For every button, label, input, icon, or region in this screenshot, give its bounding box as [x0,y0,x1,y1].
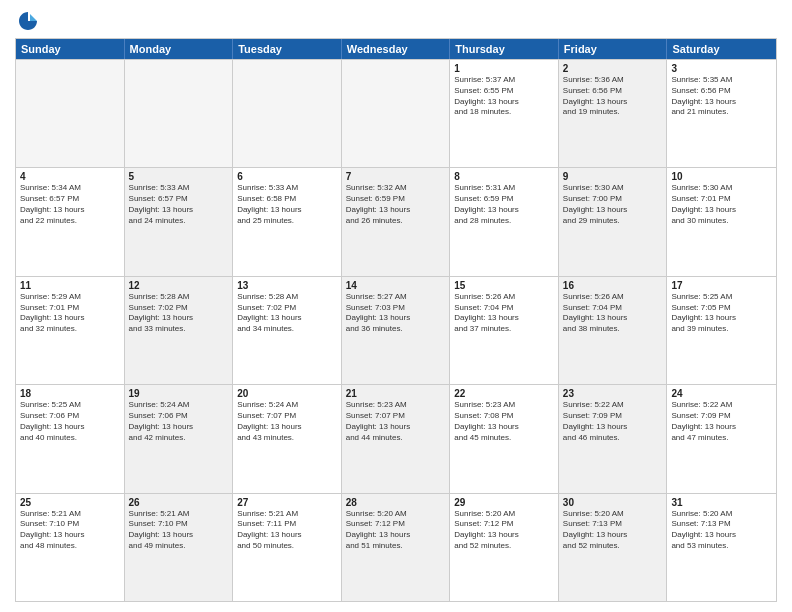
cell-info: Sunrise: 5:21 AM Sunset: 7:10 PM Dayligh… [20,509,120,552]
cal-cell-2: 2Sunrise: 5:36 AM Sunset: 6:56 PM Daylig… [559,60,668,167]
cal-cell-29: 29Sunrise: 5:20 AM Sunset: 7:12 PM Dayli… [450,494,559,601]
page: SundayMondayTuesdayWednesdayThursdayFrid… [0,0,792,612]
cell-info: Sunrise: 5:25 AM Sunset: 7:05 PM Dayligh… [671,292,772,335]
cal-cell-20: 20Sunrise: 5:24 AM Sunset: 7:07 PM Dayli… [233,385,342,492]
header-day-wednesday: Wednesday [342,39,451,59]
cell-info: Sunrise: 5:20 AM Sunset: 7:12 PM Dayligh… [346,509,446,552]
cal-cell-8: 8Sunrise: 5:31 AM Sunset: 6:59 PM Daylig… [450,168,559,275]
day-number: 15 [454,280,554,291]
cal-cell-6: 6Sunrise: 5:33 AM Sunset: 6:58 PM Daylig… [233,168,342,275]
cell-info: Sunrise: 5:33 AM Sunset: 6:58 PM Dayligh… [237,183,337,226]
cell-info: Sunrise: 5:35 AM Sunset: 6:56 PM Dayligh… [671,75,772,118]
cal-cell-11: 11Sunrise: 5:29 AM Sunset: 7:01 PM Dayli… [16,277,125,384]
cal-cell-25: 25Sunrise: 5:21 AM Sunset: 7:10 PM Dayli… [16,494,125,601]
cell-info: Sunrise: 5:32 AM Sunset: 6:59 PM Dayligh… [346,183,446,226]
cal-cell-23: 23Sunrise: 5:22 AM Sunset: 7:09 PM Dayli… [559,385,668,492]
cal-row-0: 1Sunrise: 5:37 AM Sunset: 6:55 PM Daylig… [16,59,776,167]
day-number: 13 [237,280,337,291]
day-number: 8 [454,171,554,182]
cal-cell-empty-0-1 [125,60,234,167]
cal-cell-18: 18Sunrise: 5:25 AM Sunset: 7:06 PM Dayli… [16,385,125,492]
cal-cell-13: 13Sunrise: 5:28 AM Sunset: 7:02 PM Dayli… [233,277,342,384]
cal-cell-1: 1Sunrise: 5:37 AM Sunset: 6:55 PM Daylig… [450,60,559,167]
cal-cell-22: 22Sunrise: 5:23 AM Sunset: 7:08 PM Dayli… [450,385,559,492]
cal-cell-27: 27Sunrise: 5:21 AM Sunset: 7:11 PM Dayli… [233,494,342,601]
header-day-tuesday: Tuesday [233,39,342,59]
day-number: 19 [129,388,229,399]
day-number: 29 [454,497,554,508]
day-number: 2 [563,63,663,74]
logo-icon [17,10,39,32]
cell-info: Sunrise: 5:22 AM Sunset: 7:09 PM Dayligh… [563,400,663,443]
day-number: 22 [454,388,554,399]
cell-info: Sunrise: 5:26 AM Sunset: 7:04 PM Dayligh… [454,292,554,335]
header [15,10,777,32]
cal-cell-30: 30Sunrise: 5:20 AM Sunset: 7:13 PM Dayli… [559,494,668,601]
cal-cell-empty-0-3 [342,60,451,167]
cal-cell-19: 19Sunrise: 5:24 AM Sunset: 7:06 PM Dayli… [125,385,234,492]
day-number: 28 [346,497,446,508]
day-number: 27 [237,497,337,508]
cal-row-4: 25Sunrise: 5:21 AM Sunset: 7:10 PM Dayli… [16,493,776,601]
logo [15,10,39,32]
cell-info: Sunrise: 5:22 AM Sunset: 7:09 PM Dayligh… [671,400,772,443]
cal-cell-21: 21Sunrise: 5:23 AM Sunset: 7:07 PM Dayli… [342,385,451,492]
day-number: 3 [671,63,772,74]
cal-cell-26: 26Sunrise: 5:21 AM Sunset: 7:10 PM Dayli… [125,494,234,601]
cell-info: Sunrise: 5:21 AM Sunset: 7:10 PM Dayligh… [129,509,229,552]
cal-row-1: 4Sunrise: 5:34 AM Sunset: 6:57 PM Daylig… [16,167,776,275]
cal-cell-empty-0-0 [16,60,125,167]
day-number: 26 [129,497,229,508]
cell-info: Sunrise: 5:20 AM Sunset: 7:13 PM Dayligh… [563,509,663,552]
cal-cell-12: 12Sunrise: 5:28 AM Sunset: 7:02 PM Dayli… [125,277,234,384]
cell-info: Sunrise: 5:20 AM Sunset: 7:12 PM Dayligh… [454,509,554,552]
day-number: 1 [454,63,554,74]
cal-cell-empty-0-2 [233,60,342,167]
day-number: 30 [563,497,663,508]
cal-row-3: 18Sunrise: 5:25 AM Sunset: 7:06 PM Dayli… [16,384,776,492]
day-number: 9 [563,171,663,182]
cell-info: Sunrise: 5:24 AM Sunset: 7:06 PM Dayligh… [129,400,229,443]
day-number: 20 [237,388,337,399]
calendar: SundayMondayTuesdayWednesdayThursdayFrid… [15,38,777,602]
header-day-friday: Friday [559,39,668,59]
cal-row-2: 11Sunrise: 5:29 AM Sunset: 7:01 PM Dayli… [16,276,776,384]
cell-info: Sunrise: 5:30 AM Sunset: 7:00 PM Dayligh… [563,183,663,226]
cell-info: Sunrise: 5:23 AM Sunset: 7:07 PM Dayligh… [346,400,446,443]
cal-cell-14: 14Sunrise: 5:27 AM Sunset: 7:03 PM Dayli… [342,277,451,384]
cell-info: Sunrise: 5:30 AM Sunset: 7:01 PM Dayligh… [671,183,772,226]
day-number: 18 [20,388,120,399]
cal-cell-31: 31Sunrise: 5:20 AM Sunset: 7:13 PM Dayli… [667,494,776,601]
header-day-saturday: Saturday [667,39,776,59]
cell-info: Sunrise: 5:29 AM Sunset: 7:01 PM Dayligh… [20,292,120,335]
calendar-header: SundayMondayTuesdayWednesdayThursdayFrid… [16,39,776,59]
cal-cell-5: 5Sunrise: 5:33 AM Sunset: 6:57 PM Daylig… [125,168,234,275]
day-number: 10 [671,171,772,182]
day-number: 23 [563,388,663,399]
day-number: 5 [129,171,229,182]
cal-cell-7: 7Sunrise: 5:32 AM Sunset: 6:59 PM Daylig… [342,168,451,275]
cal-cell-24: 24Sunrise: 5:22 AM Sunset: 7:09 PM Dayli… [667,385,776,492]
cell-info: Sunrise: 5:33 AM Sunset: 6:57 PM Dayligh… [129,183,229,226]
cal-cell-10: 10Sunrise: 5:30 AM Sunset: 7:01 PM Dayli… [667,168,776,275]
cell-info: Sunrise: 5:34 AM Sunset: 6:57 PM Dayligh… [20,183,120,226]
day-number: 21 [346,388,446,399]
day-number: 7 [346,171,446,182]
header-day-thursday: Thursday [450,39,559,59]
cal-cell-4: 4Sunrise: 5:34 AM Sunset: 6:57 PM Daylig… [16,168,125,275]
day-number: 12 [129,280,229,291]
cal-cell-17: 17Sunrise: 5:25 AM Sunset: 7:05 PM Dayli… [667,277,776,384]
header-day-sunday: Sunday [16,39,125,59]
day-number: 24 [671,388,772,399]
cell-info: Sunrise: 5:23 AM Sunset: 7:08 PM Dayligh… [454,400,554,443]
cal-cell-9: 9Sunrise: 5:30 AM Sunset: 7:00 PM Daylig… [559,168,668,275]
cell-info: Sunrise: 5:36 AM Sunset: 6:56 PM Dayligh… [563,75,663,118]
cell-info: Sunrise: 5:28 AM Sunset: 7:02 PM Dayligh… [237,292,337,335]
cell-info: Sunrise: 5:20 AM Sunset: 7:13 PM Dayligh… [671,509,772,552]
day-number: 4 [20,171,120,182]
day-number: 6 [237,171,337,182]
day-number: 14 [346,280,446,291]
cell-info: Sunrise: 5:37 AM Sunset: 6:55 PM Dayligh… [454,75,554,118]
cell-info: Sunrise: 5:24 AM Sunset: 7:07 PM Dayligh… [237,400,337,443]
cal-cell-3: 3Sunrise: 5:35 AM Sunset: 6:56 PM Daylig… [667,60,776,167]
